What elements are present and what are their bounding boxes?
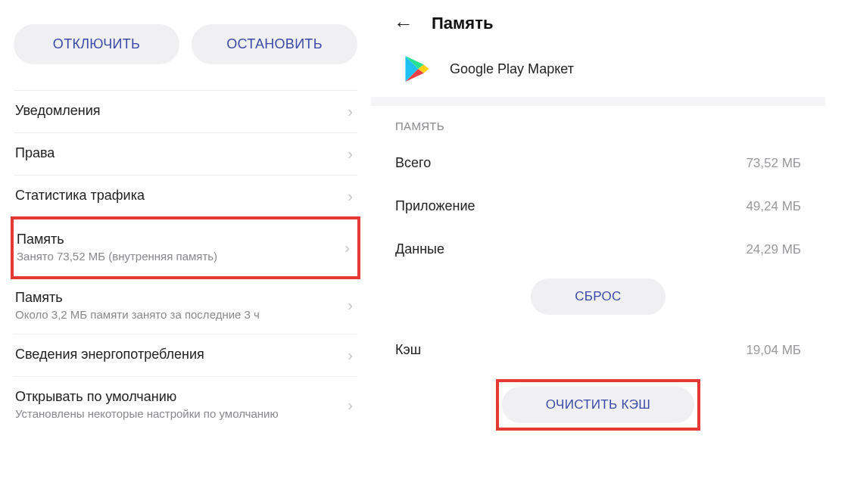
row-total: Всего 73,52 МБ bbox=[394, 142, 803, 185]
section-separator bbox=[371, 97, 825, 106]
chevron-right-icon: › bbox=[341, 397, 353, 414]
list-item-title: Права bbox=[15, 145, 341, 161]
chevron-right-icon: › bbox=[338, 239, 350, 257]
chevron-right-icon: › bbox=[341, 347, 353, 364]
row-label: Приложение bbox=[395, 198, 475, 214]
highlight-annotation: ОЧИСТИТЬ КЭШ bbox=[496, 379, 700, 431]
list-item-title: Память bbox=[17, 232, 338, 247]
row-label: Данные bbox=[395, 241, 444, 257]
section-label: ПАМЯТЬ bbox=[394, 106, 803, 142]
chevron-right-icon: › bbox=[341, 188, 353, 205]
list-item-memory[interactable]: Память Около 3,2 МБ памяти занято за пос… bbox=[14, 278, 357, 335]
list-item-subtitle: Около 3,2 МБ памяти занято за последние … bbox=[15, 307, 341, 322]
list-item-title: Открывать по умолчанию bbox=[15, 389, 341, 405]
back-arrow-icon[interactable]: ← bbox=[394, 14, 413, 33]
list-item-permissions[interactable]: Права › bbox=[14, 133, 357, 176]
clear-cache-button-wrap: ОЧИСТИТЬ КЭШ bbox=[394, 372, 803, 444]
disable-button[interactable]: ОТКЛЮЧИТЬ bbox=[14, 24, 179, 64]
chevron-right-icon: › bbox=[341, 297, 353, 314]
storage-panel: ← Память Google Play Маркет ПАМЯТЬ Всего… bbox=[371, 0, 825, 504]
reset-data-button[interactable]: СБРОС bbox=[531, 278, 665, 315]
list-item-notifications[interactable]: Уведомления › bbox=[14, 91, 357, 133]
settings-list: Уведомления › Права › Статистика трафика… bbox=[14, 90, 357, 434]
list-item-open-default[interactable]: Открывать по умолчанию Установлены некот… bbox=[14, 377, 357, 434]
row-value: 73,52 МБ bbox=[746, 156, 801, 171]
list-item-traffic[interactable]: Статистика трафика › bbox=[14, 176, 357, 218]
row-app: Приложение 49,24 МБ bbox=[394, 185, 803, 228]
list-item-title: Статистика трафика bbox=[15, 188, 341, 204]
chevron-right-icon: › bbox=[341, 145, 353, 163]
list-item-subtitle: Занято 73,52 МБ (внутренняя память) bbox=[17, 249, 338, 264]
stop-button[interactable]: ОСТАНОВИТЬ bbox=[192, 24, 357, 64]
row-value: 49,24 МБ bbox=[746, 199, 801, 214]
row-label: Всего bbox=[395, 155, 431, 171]
app-identity-row: Google Play Маркет bbox=[394, 48, 803, 97]
list-item-storage[interactable]: Память Занято 73,52 МБ (внутренняя памят… bbox=[11, 216, 360, 279]
row-value: 19,04 МБ bbox=[746, 343, 801, 358]
list-item-title: Память bbox=[15, 290, 341, 306]
row-label: Кэш bbox=[395, 342, 421, 358]
page-title: Память bbox=[432, 14, 493, 33]
action-button-row: ОТКЛЮЧИТЬ ОСТАНОВИТЬ bbox=[14, 15, 357, 64]
google-play-icon bbox=[404, 54, 430, 83]
chevron-right-icon: › bbox=[341, 103, 353, 120]
reset-button-wrap: СБРОС bbox=[394, 271, 803, 328]
list-item-battery[interactable]: Сведения энергопотребления › bbox=[14, 334, 357, 377]
row-value: 24,29 МБ bbox=[746, 242, 801, 257]
list-item-title: Уведомления bbox=[15, 103, 341, 119]
list-item-title: Сведения энергопотребления bbox=[15, 347, 341, 362]
clear-cache-button[interactable]: ОЧИСТИТЬ КЭШ bbox=[502, 387, 694, 423]
list-item-subtitle: Установлены некоторые настройки по умолч… bbox=[15, 406, 341, 422]
app-info-panel: ОТКЛЮЧИТЬ ОСТАНОВИТЬ Уведомления › Права… bbox=[0, 0, 371, 504]
row-cache: Кэш 19,04 МБ bbox=[394, 328, 803, 372]
row-data: Данные 24,29 МБ bbox=[394, 228, 803, 271]
header-row: ← Память bbox=[394, 14, 803, 33]
app-name-label: Google Play Маркет bbox=[450, 61, 574, 77]
